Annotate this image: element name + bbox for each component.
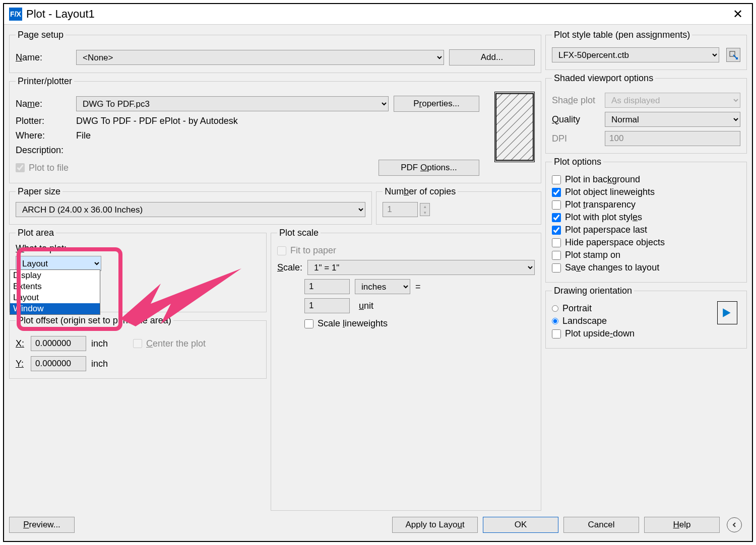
titlebar: F/X Plot - Layout1 ✕ — [4, 4, 752, 24]
landscape-radio[interactable]: Landscape — [552, 316, 717, 326]
what-to-plot-select[interactable]: Layout — [16, 256, 101, 271]
printer-name-select[interactable]: DWG To PDF.pc3 — [76, 96, 389, 111]
y-unit: inch — [91, 359, 108, 369]
center-plot-check: Center the plot — [133, 338, 206, 349]
opt-paperspace-last[interactable]: Plot paperspace last — [552, 225, 740, 235]
paper-size-select[interactable]: ARCH D (24.00 x 36.00 Inches) — [16, 202, 365, 217]
opt-transparency[interactable]: Plot transparency — [552, 199, 740, 210]
plot-style-group: Plot style table (pen assignments) LFX-5… — [545, 30, 747, 70]
plot-area-legend: Plot area — [16, 228, 56, 238]
where-value: File — [76, 130, 91, 141]
orientation-group: Drawing orientation Portrait Landscape P… — [545, 286, 747, 349]
center-plot-checkbox — [133, 339, 142, 348]
copies-spinner: ▲▼ — [420, 203, 430, 216]
plot-options-legend: Plot options — [552, 157, 603, 167]
scale-label: Scale: — [277, 262, 302, 273]
dpi-input — [605, 131, 740, 146]
plot-to-file-checkbox — [16, 163, 25, 172]
ok-button[interactable]: OK — [483, 517, 558, 533]
collapse-panel-icon[interactable] — [727, 517, 742, 532]
scale-lineweights-check[interactable]: Scale lineweights — [304, 318, 535, 329]
scale-num-input[interactable] — [304, 279, 350, 294]
paper-size-legend: Paper size — [16, 186, 62, 197]
page-setup-legend: Page setup — [16, 30, 66, 40]
copies-input — [383, 202, 418, 217]
plot-options-group: Plot options Plot in background Plot obj… — [545, 157, 747, 283]
copies-group: Number of copies ▲▼ — [376, 186, 541, 225]
opt-hide-paperspace[interactable]: Hide paperspace objects — [552, 237, 740, 248]
orientation-legend: Drawing orientation — [552, 286, 634, 296]
close-icon[interactable]: ✕ — [729, 7, 747, 21]
what-to-plot-dropdown[interactable]: Display Extents Layout Window — [10, 269, 100, 315]
opt-save-changes[interactable]: Save changes to layout — [552, 262, 740, 273]
x-offset-input[interactable] — [31, 336, 86, 351]
plotter-label: Plotter: — [16, 116, 71, 126]
properties-button[interactable]: Properties... — [394, 96, 479, 112]
plot-offset-group: Plot offset (origin set to printable are… — [9, 315, 267, 379]
window-title: Plot - Layout1 — [26, 8, 95, 21]
cancel-button[interactable]: Cancel — [563, 517, 639, 533]
opt-lineweights[interactable]: Plot object lineweights — [552, 187, 740, 197]
quality-label: Quality — [552, 114, 600, 125]
plot-offset-legend: Plot offset (origin set to printable are… — [16, 315, 173, 326]
shade-plot-select: As displayed — [605, 93, 740, 108]
y-offset-input[interactable] — [31, 356, 86, 371]
plot-scale-legend: Plot scale — [277, 228, 321, 238]
fx-logo-icon: F/X — [9, 8, 22, 21]
plotter-value: DWG To PDF - PDF ePlot - by Autodesk — [76, 116, 238, 126]
quality-select[interactable]: Normal — [605, 112, 740, 127]
upside-down-check[interactable]: Plot upside-down — [552, 328, 717, 339]
plot-area-group: Plot area What to plot: Layout Display E… — [9, 228, 267, 312]
pdf-options-button[interactable]: PDF Options... — [379, 160, 479, 176]
fit-to-paper-checkbox — [277, 246, 286, 255]
dropdown-option-display[interactable]: Display — [10, 270, 100, 281]
opt-plot-stamp[interactable]: Plot stamp on — [552, 250, 740, 260]
scale-lineweights-checkbox[interactable] — [304, 319, 313, 328]
help-button[interactable]: Help — [644, 517, 720, 533]
dialog-footer: Preview... Apply to Layout OK Cancel Hel… — [9, 514, 747, 536]
paper-size-group: Paper size ARCH D (24.00 x 36.00 Inches) — [9, 186, 372, 225]
plot-style-select[interactable]: LFX-50percent.ctb — [552, 47, 719, 62]
plot-scale-group: Plot scale Fit to paper Scale: 1" = 1" i… — [271, 228, 541, 511]
pagesetup-name-select[interactable]: <None> — [76, 50, 444, 65]
x-label: X: — [16, 338, 26, 349]
printer-legend: Printer/plotter — [16, 76, 74, 87]
unit-label: unit — [355, 301, 410, 311]
dropdown-option-extents[interactable]: Extents — [10, 281, 100, 292]
what-to-plot-label: What to plot: — [16, 243, 260, 254]
add-button[interactable]: Add... — [449, 49, 535, 65]
plot-to-file-check: Plot to file — [16, 163, 69, 173]
shade-plot-label: Shade plot — [552, 95, 600, 106]
portrait-radio[interactable]: Portrait — [552, 303, 717, 314]
pagesetup-name-label: Name: — [16, 52, 71, 63]
shaded-viewport-group: Shaded viewport options Shade plot As di… — [545, 73, 747, 154]
edit-style-icon[interactable] — [726, 48, 740, 62]
orientation-preview-icon — [717, 301, 737, 324]
dropdown-option-window[interactable]: Window — [10, 303, 100, 314]
dropdown-option-layout[interactable]: Layout — [10, 292, 100, 303]
plot-dialog: F/X Plot - Layout1 ✕ Page setup Name: <N… — [3, 3, 753, 542]
shaded-legend: Shaded viewport options — [552, 73, 655, 84]
scale-unit-select[interactable]: inches — [355, 279, 410, 294]
opt-plot-background[interactable]: Plot in background — [552, 174, 740, 185]
y-label: Y: — [16, 359, 26, 369]
scale-select[interactable]: 1" = 1" — [307, 260, 535, 275]
description-label: Description: — [16, 145, 71, 156]
equals-label: = — [415, 282, 421, 292]
x-unit: inch — [91, 338, 108, 349]
printer-name-label: Name: — [16, 99, 71, 109]
paper-preview-icon — [494, 92, 535, 162]
printer-group: Printer/plotter Name: DWG To PDF.pc3 Pro… — [9, 76, 541, 183]
scale-den-input[interactable] — [304, 298, 350, 313]
svg-marker-4 — [723, 308, 730, 317]
svg-rect-1 — [496, 94, 533, 161]
apply-to-layout-button[interactable]: Apply to Layout — [392, 517, 478, 533]
where-label: Where: — [16, 130, 71, 141]
opt-plot-styles[interactable]: Plot with plot styles — [552, 212, 740, 223]
plot-style-legend: Plot style table (pen assignments) — [552, 30, 692, 40]
page-setup-group: Page setup Name: <None> Add... — [9, 30, 541, 73]
copies-legend: Number of copies — [383, 186, 458, 197]
fit-to-paper-check: Fit to paper — [277, 245, 535, 256]
preview-button[interactable]: Preview... — [9, 517, 75, 533]
dpi-label: DPI — [552, 133, 600, 144]
